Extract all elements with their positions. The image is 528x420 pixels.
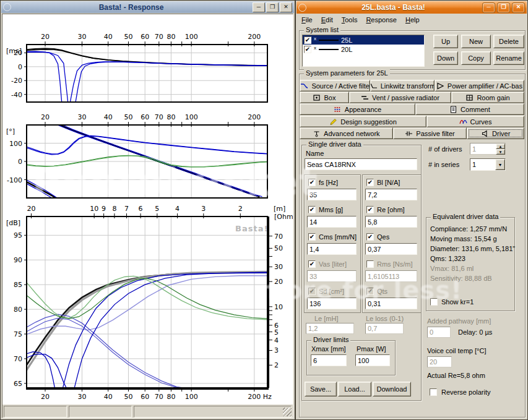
tab-label: Power amplifier / AC-bas — [448, 82, 522, 90]
spin-down-button[interactable]: ▼ — [496, 149, 505, 155]
svg-text:9: 9 — [102, 205, 106, 213]
param-checkbox[interactable] — [308, 260, 316, 268]
minimize-button[interactable]: ─ — [482, 2, 495, 13]
tab-vent-passive-radiator[interactable]: Vent / passive radiator — [349, 92, 451, 103]
menu-response[interactable]: Response — [361, 15, 401, 26]
menu-edit[interactable]: Edit — [317, 15, 337, 26]
voice-coil-temp-field[interactable] — [427, 356, 452, 367]
menu-help[interactable]: Help — [401, 15, 424, 26]
svg-text:50: 50 — [124, 113, 132, 121]
param-checkbox[interactable] — [308, 206, 316, 213]
added-pathway-field[interactable] — [427, 327, 451, 338]
xmax-field[interactable] — [311, 354, 347, 366]
svg-text:70: 70 — [155, 33, 163, 41]
maximize-button[interactable]: ❒ — [266, 2, 279, 12]
tab-comment[interactable]: Comment — [415, 103, 524, 115]
menu-file[interactable]: File — [297, 15, 317, 26]
system-list-item[interactable]: x25L — [303, 35, 424, 45]
tab-label: Curves — [470, 118, 492, 126]
download-button[interactable]: Download — [373, 382, 411, 396]
svg-text:30: 30 — [274, 263, 283, 271]
svg-text:4: 4 — [175, 205, 180, 213]
le-field[interactable] — [306, 323, 354, 334]
svg-text:80: 80 — [167, 113, 175, 121]
chevron-down-icon[interactable]: ▼ — [495, 159, 505, 170]
param-field-fs[interactable] — [307, 189, 357, 200]
param-checkbox[interactable] — [308, 288, 316, 295]
tab-passive-filter[interactable]: Passive filter — [393, 127, 467, 139]
tab-label: Passive filter — [416, 130, 454, 137]
tab-driver[interactable]: Driver — [467, 127, 524, 139]
param-field-qts[interactable] — [365, 298, 417, 309]
response-titlebar[interactable]: Basta! - Response ─ ❒ ✕ — [1, 1, 294, 13]
maximize-button[interactable]: ❒ — [497, 2, 510, 13]
le-loss-field[interactable] — [365, 323, 404, 334]
tab-curves[interactable]: Curves — [426, 116, 524, 127]
svg-text:60: 60 — [141, 33, 149, 41]
svg-text:70: 70 — [14, 355, 22, 363]
tab-advanced-network[interactable]: Advanced network — [300, 127, 393, 139]
tab-box[interactable]: Box — [300, 92, 349, 103]
svg-text:40: 40 — [104, 393, 113, 401]
save-button[interactable]: Save... — [305, 382, 337, 396]
tab-linkwitz-transform[interactable]: Linkwitz transform — [370, 80, 434, 92]
param-field-bl[interactable] — [365, 189, 417, 200]
basta-titlebar[interactable]: 25L.basta - Basta! ─ ❒ ✕ — [296, 1, 527, 14]
speaker-icon — [481, 130, 489, 137]
resize-grip[interactable] — [283, 408, 292, 416]
new-button[interactable]: New — [461, 35, 491, 48]
delete-button[interactable]: Delete — [493, 35, 524, 48]
param-checkbox[interactable] — [366, 288, 374, 295]
system-listbox[interactable]: x25Lx20L — [302, 35, 425, 67]
system-checkbox[interactable] — [304, 46, 311, 53]
tab-appearance[interactable]: Appearance — [300, 103, 415, 115]
pmax-field[interactable] — [355, 354, 390, 366]
tab-room-gain[interactable]: Room gain — [451, 92, 524, 103]
system-checkbox[interactable] — [304, 36, 311, 44]
param-row-mms: Mms [g] — [308, 206, 343, 213]
status-bar — [2, 405, 293, 418]
param-checkbox[interactable] — [308, 233, 316, 241]
show-kr-checkbox[interactable] — [430, 298, 438, 306]
param-checkbox[interactable] — [366, 260, 374, 268]
param-checkbox[interactable] — [366, 206, 374, 213]
param-field-qes[interactable] — [365, 243, 417, 255]
equivalent-driver-caption: Equivalent driver data — [431, 213, 500, 220]
reverse-polarity-checkbox[interactable] — [430, 388, 437, 396]
equivalent-driver-lines: Compliance: 1,257 mm/NMoving mass: 15,54… — [426, 218, 514, 282]
copy-button[interactable]: Copy — [461, 51, 491, 65]
param-field-vas[interactable] — [307, 270, 357, 282]
minimize-button[interactable]: ─ — [253, 2, 265, 12]
curve-sample — [319, 49, 339, 50]
equivalent-data-line: Moving mass: 15,54 g — [430, 235, 514, 242]
param-field-rms[interactable] — [365, 270, 417, 282]
param-field-cms[interactable] — [307, 243, 357, 255]
param-checkbox[interactable] — [366, 233, 374, 241]
svg-text:2: 2 — [274, 361, 279, 369]
rename-button[interactable]: Rename — [493, 51, 524, 65]
up-button[interactable]: Up — [433, 35, 458, 48]
param-row-qes: Qes — [366, 233, 389, 241]
param-checkbox[interactable] — [308, 179, 316, 186]
svg-text:100: 100 — [185, 393, 198, 401]
spin-up-button[interactable]: ▲ — [496, 144, 505, 149]
param-field-re[interactable] — [365, 216, 417, 228]
system-list-item[interactable]: x20L — [303, 45, 424, 54]
param-label: Vas [liter] — [319, 260, 347, 268]
tab-source-active-filte[interactable]: Source / Active filte — [300, 80, 370, 92]
svg-text:20: 20 — [41, 113, 50, 121]
down-button[interactable]: Down — [433, 51, 458, 65]
load-button[interactable]: Load... — [338, 382, 371, 396]
amplifier-icon — [436, 82, 444, 90]
svg-text:3: 3 — [201, 205, 206, 213]
close-button[interactable]: ✕ — [280, 2, 292, 12]
svg-text:70: 70 — [155, 113, 163, 121]
param-field-sd[interactable] — [307, 298, 357, 309]
param-checkbox[interactable] — [366, 179, 374, 186]
close-button[interactable]: ✕ — [512, 2, 525, 13]
driver-name-input[interactable] — [305, 158, 417, 170]
menu-tools[interactable]: Tools — [337, 15, 362, 26]
tab-design-suggestion[interactable]: Design suggestion — [300, 116, 426, 127]
param-field-mms[interactable] — [307, 216, 357, 228]
tab-power-amplifier-ac-bas[interactable]: Power amplifier / AC-bas — [435, 80, 524, 92]
